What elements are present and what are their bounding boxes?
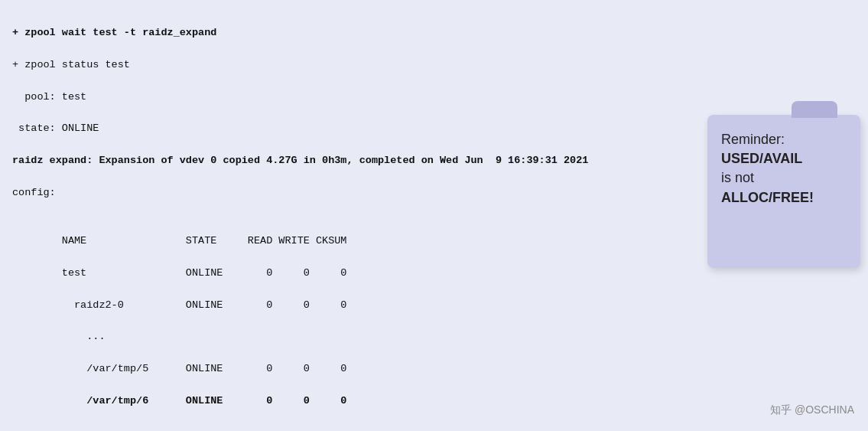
- line1: + zpool wait test -t raidz_expand: [12, 25, 856, 41]
- main-panel: + zpool wait test -t raidz_expand + zpoo…: [0, 0, 868, 431]
- table-row3: ...: [12, 329, 856, 345]
- watermark-text: 知乎 @OSCHINA: [770, 403, 854, 416]
- table-row4: /var/tmp/5 ONLINE 0 0 0: [12, 361, 856, 377]
- sticky-note: Reminder: USED/AVAIL is not ALLOC/FREE!: [707, 115, 860, 268]
- sticky-note-container: Reminder: USED/AVAIL is not ALLOC/FREE!: [707, 115, 860, 268]
- table-row2: raidz2-0 ONLINE 0 0 0: [12, 298, 856, 314]
- sticky-note-text: Reminder: USED/AVAIL is not ALLOC/FREE!: [721, 130, 847, 207]
- watermark: 知乎 @OSCHINA: [770, 403, 854, 417]
- line2: + zpool status test: [12, 57, 856, 73]
- table-row5: /var/tmp/6 ONLINE 0 0 0: [12, 393, 856, 410]
- line3: pool: test: [12, 90, 856, 106]
